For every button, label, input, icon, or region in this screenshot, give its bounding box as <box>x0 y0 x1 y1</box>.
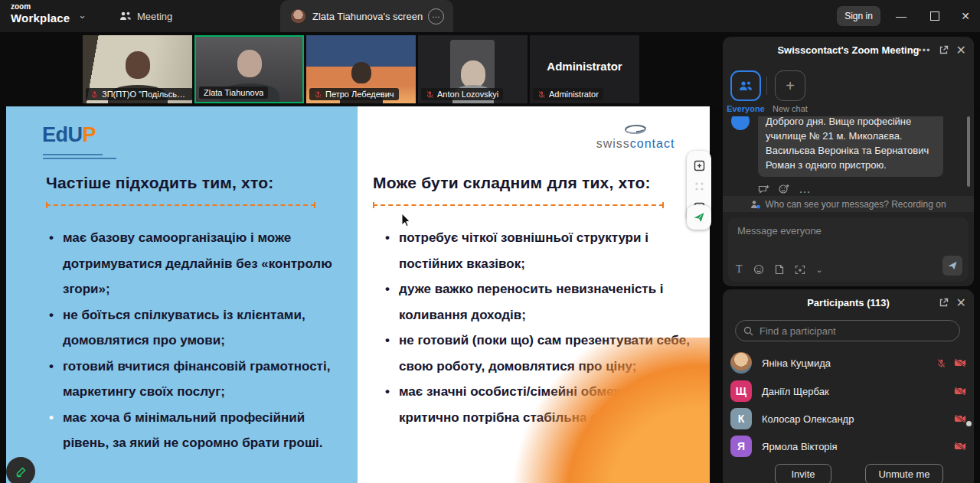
mic-off-icon <box>314 90 322 99</box>
message-input[interactable] <box>736 224 961 257</box>
edup-logo: EdUP <box>42 125 96 145</box>
mouse-cursor <box>401 213 411 227</box>
message-actions: … <box>758 182 811 196</box>
participant-row[interactable]: Я Ярмола Вікторія <box>730 434 966 459</box>
dashed-divider <box>373 204 664 206</box>
unmute-me-button[interactable]: Unmute me <box>865 464 943 483</box>
bullet-item: готовий вчитися фінансовій грамотності, … <box>63 354 335 405</box>
chat-scrollbar[interactable] <box>967 116 970 187</box>
bullet-item: має базову самоорганізацію і може дотрим… <box>63 225 335 302</box>
edup-tagline <box>43 154 103 155</box>
pop-out-icon[interactable] <box>939 298 949 308</box>
avatar <box>291 9 305 24</box>
new-chat-button[interactable]: + <box>775 70 805 101</box>
bullet-item: потребує чіткої зовнішньої структури і п… <box>399 225 699 276</box>
edup-logo-blue: EdU <box>42 123 83 146</box>
mic-off-icon <box>537 90 546 99</box>
participant-row[interactable]: Щ Даніїл Щербак <box>730 379 966 403</box>
chat-message-bubble[interactable]: Доброго дня. Вище професійне училище № 2… <box>758 116 943 177</box>
minimize-button[interactable]: — <box>887 0 916 32</box>
slide-left-bullets: має базову самоорганізацію і може дотрим… <box>63 225 335 456</box>
chevron-down-icon[interactable]: ⌄ <box>816 265 823 275</box>
send-icon <box>947 260 958 271</box>
chat-everyone-button[interactable] <box>730 70 761 101</box>
tab-more-icon[interactable]: … <box>428 8 444 24</box>
bullet-item: не боїться спілкуватись із клієнтами, до… <box>63 302 335 354</box>
privacy-person-icon <box>750 200 760 209</box>
close-panel-icon[interactable]: ✕ <box>956 43 966 57</box>
tab-screen-share[interactable]: Zlata Tiahunova's screen … <box>280 0 453 32</box>
participants-header: Participants (113) <box>723 289 974 315</box>
video-tile[interactable]: ЗП(ПТ)О "Подільськи... <box>83 35 192 103</box>
sender-avatar <box>731 116 750 130</box>
maximize-button[interactable] <box>920 0 949 32</box>
people-icon <box>119 11 132 21</box>
mic-off-icon <box>90 90 99 99</box>
send-to-app-button[interactable] <box>687 205 711 230</box>
swisscontact-swirl-icon <box>619 123 652 135</box>
participant-row[interactable]: К Колосар Олександр <box>730 406 966 431</box>
participant-name: Даніїл Щербак <box>762 386 954 397</box>
more-actions-icon[interactable]: … <box>799 182 811 196</box>
pop-out-icon[interactable] <box>939 45 949 55</box>
video-tile[interactable]: Петро Лебедевич <box>306 35 416 103</box>
dashed-divider <box>46 204 315 206</box>
send-message-button[interactable] <box>942 256 962 276</box>
privacy-banner[interactable]: Who can see your messages? Recording on <box>723 196 974 212</box>
paper-plane-icon <box>693 211 705 224</box>
chevron-down-icon[interactable]: ⌄ <box>78 9 87 21</box>
pencil-icon <box>15 465 28 478</box>
avatar-initial: К <box>738 413 745 425</box>
participant-name: ЗП(ПТ)О "Подільськи... <box>102 90 188 99</box>
participant-name: Колосар Олександр <box>762 413 954 425</box>
chat-more-icon[interactable]: ••• <box>918 44 931 56</box>
avatar-initial: Щ <box>736 385 746 397</box>
annotate-button[interactable] <box>6 457 35 483</box>
tab-meeting[interactable]: Meeting <box>112 0 180 32</box>
video-off-icon <box>954 358 966 367</box>
chat-composer: T ⌄ <box>728 217 969 282</box>
brand-zoom: zoom <box>11 3 70 11</box>
bullet-item: має хоча б мінімальний професійний рівен… <box>63 405 335 456</box>
chat-message-list[interactable]: Доброго дня. Вище професійне училище № 2… <box>723 116 974 190</box>
participant-name: Петро Лебедевич <box>325 90 394 99</box>
sign-in-button[interactable]: Sign in <box>837 6 880 26</box>
copy-slide-icon[interactable] <box>693 159 706 172</box>
participant-name: Administrator <box>549 90 599 99</box>
attach-file-icon[interactable] <box>775 264 784 275</box>
screenshot-icon[interactable] <box>795 265 805 275</box>
chat-title: Swisscontact's Zoom Meeting <box>777 44 919 56</box>
participant-display-name: Administrator <box>530 60 639 73</box>
reply-icon[interactable] <box>758 184 769 194</box>
video-off-icon <box>954 442 966 451</box>
slide-left-title: Частіше підходить тим, хто: <box>46 174 273 192</box>
add-reaction-icon[interactable] <box>779 184 789 194</box>
video-tile[interactable]: Administrator Administrator <box>530 35 639 103</box>
emoji-icon[interactable] <box>753 264 764 275</box>
video-tile[interactable]: Anton Lozovskyi <box>418 35 528 103</box>
participants-scrollbar[interactable] <box>966 421 972 426</box>
edup-logo-orange: P <box>83 123 96 146</box>
people-icon <box>738 80 753 93</box>
participants-panel: Participants (113) ✕ Яніна Куцмида Щ Дан… <box>723 289 974 483</box>
brand-workplace: Workplace <box>11 12 70 24</box>
disabled-tool-icon <box>693 180 706 193</box>
privacy-banner-text: Who can see your messages? Recording on <box>765 199 946 210</box>
avatar: Щ <box>730 380 752 402</box>
shared-screen-slide: EdUP Частіше підходить тим, хто: має баз… <box>6 106 710 483</box>
window-titlebar: zoom Workplace ⌄ Meeting Zlata Tiahunova… <box>0 0 980 32</box>
participant-name: Anton Lozovskyi <box>437 90 498 99</box>
swisscontact-blue: contact <box>630 137 675 150</box>
close-panel-icon[interactable]: ✕ <box>956 295 966 310</box>
swisscontact-gray: swiss <box>596 137 630 150</box>
chat-panel: Swisscontact's Zoom Meeting ••• ✕ + Ever… <box>723 37 974 286</box>
search-input[interactable] <box>758 325 952 338</box>
video-tile-active-speaker[interactable]: Zlata Tiahunova <box>194 35 304 103</box>
invite-button[interactable]: Invite <box>775 464 831 483</box>
bullet-item: дуже важко переносить невизначеність і к… <box>399 276 699 328</box>
close-button[interactable]: ✕ <box>951 0 980 32</box>
avatar: Я <box>730 436 752 457</box>
participant-row[interactable]: Яніна Куцмида <box>730 351 966 375</box>
edup-tagline <box>43 158 116 159</box>
format-text-icon[interactable]: T <box>736 263 743 276</box>
